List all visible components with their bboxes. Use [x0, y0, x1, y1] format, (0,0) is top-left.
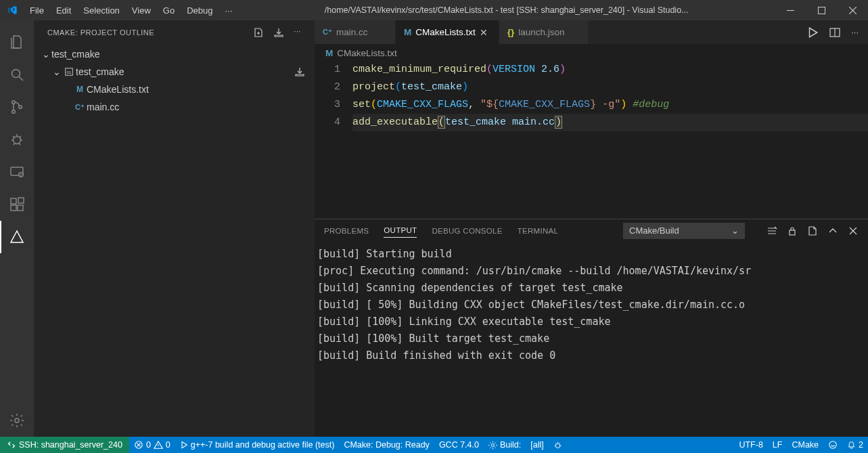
svg-point-19 [491, 444, 494, 446]
tab-main-cc[interactable]: C⁺ main.cc ✕ [315, 20, 396, 44]
svg-point-2 [12, 70, 20, 78]
activity-remote-icon[interactable] [0, 156, 34, 188]
panel-tab-terminal[interactable]: TERMINAL [518, 224, 559, 238]
editor-group: C⁺ main.cc ✕ M CMakeLists.txt ✕ {} launc… [315, 20, 868, 437]
tree-file-maincc[interactable]: C⁺ main.cc [34, 98, 315, 116]
svg-text:01: 01 [67, 70, 72, 74]
svg-point-13 [15, 418, 19, 423]
menu-view[interactable]: View [126, 0, 157, 20]
cmake-file-icon: M [73, 85, 87, 94]
svg-point-5 [19, 106, 22, 109]
sidebar-header: CMAKE: PROJECT OUTLINE ··· [34, 20, 315, 44]
editor-actions: ··· [797, 20, 868, 44]
activity-explorer-icon[interactable] [0, 26, 34, 58]
clear-output-icon[interactable] [767, 225, 777, 236]
tree-root[interactable]: ⌄ test_cmake [34, 45, 315, 63]
status-feedback-icon[interactable] [823, 437, 842, 453]
svg-point-20 [555, 444, 560, 448]
svg-rect-17 [790, 230, 795, 235]
panel-tab-problems[interactable]: PROBLEMS [324, 224, 369, 238]
activity-search-icon[interactable] [0, 58, 34, 91]
menu-file[interactable]: File [24, 0, 50, 20]
activity-bar [0, 20, 34, 437]
new-file-icon[interactable] [253, 27, 264, 38]
panel-tab-output[interactable]: OUTPUT [384, 223, 417, 238]
tree-file-label: main.cc [87, 102, 119, 112]
activity-debug-icon[interactable] [0, 123, 34, 156]
close-icon[interactable]: ✕ [480, 27, 490, 38]
tab-label: launch.json [518, 27, 564, 37]
menu-edit[interactable]: Edit [50, 0, 77, 20]
tree-root-label: test_cmake [51, 49, 100, 60]
vscode-logo-icon [0, 5, 24, 16]
panel-close-icon[interactable] [848, 225, 859, 236]
activity-scm-icon[interactable] [0, 91, 34, 123]
activity-extensions-icon[interactable] [0, 188, 34, 221]
svg-rect-1 [818, 7, 825, 14]
status-gcc[interactable]: GCC 7.4.0 [434, 437, 484, 453]
svg-rect-10 [11, 205, 16, 211]
status-language[interactable]: CMake [787, 437, 823, 453]
minimize-button[interactable] [775, 0, 806, 20]
svg-rect-12 [18, 198, 24, 203]
split-editor-icon[interactable] [829, 27, 840, 38]
status-notifications[interactable]: 2 [842, 437, 868, 453]
status-problems[interactable]: 0 0 [129, 437, 175, 453]
menu-overflow[interactable]: ··· [219, 0, 238, 20]
run-icon[interactable] [806, 26, 819, 39]
status-eol[interactable]: LF [768, 437, 787, 453]
editor-tabs: C⁺ main.cc ✕ M CMakeLists.txt ✕ {} launc… [315, 20, 868, 45]
tree-target[interactable]: ⌄ 01 test_cmake [34, 63, 315, 81]
breadcrumb[interactable]: M CMakeLists.txt [315, 45, 868, 61]
svg-rect-9 [11, 198, 16, 204]
menu-go[interactable]: Go [157, 0, 181, 20]
output-body[interactable]: [build] Starting build [proc] Executing … [315, 242, 868, 437]
close-button[interactable] [837, 0, 868, 20]
output-channel-label: CMake/Build [629, 225, 679, 236]
build-icon[interactable] [273, 27, 284, 38]
breadcrumb-file: CMakeLists.txt [337, 48, 397, 58]
chevron-down-icon: ⌄ [51, 66, 62, 77]
svg-point-4 [12, 110, 16, 114]
panel-maximize-icon[interactable] [827, 225, 838, 236]
panel-tab-row: PROBLEMS OUTPUT DEBUG CONSOLE TERMINAL C… [315, 219, 868, 242]
svg-point-21 [829, 441, 837, 449]
activity-settings-icon[interactable] [0, 404, 34, 437]
status-debug-launch[interactable] [549, 437, 567, 453]
sidebar: CMAKE: PROJECT OUTLINE ··· ⌄ test_cmake … [34, 20, 315, 437]
panel-tab-debug-console[interactable]: DEBUG CONSOLE [432, 224, 502, 238]
open-log-icon[interactable] [807, 225, 818, 236]
maximize-button[interactable] [806, 0, 837, 20]
svg-point-6 [14, 137, 21, 144]
menu-selection[interactable]: Selection [77, 0, 125, 20]
more-icon[interactable]: ··· [294, 27, 301, 38]
lock-scroll-icon[interactable] [787, 225, 798, 236]
status-target[interactable]: [all] [526, 437, 548, 453]
outline-tree: ⌄ test_cmake ⌄ 01 test_cmake M CMakeList… [34, 44, 315, 116]
window-controls [775, 0, 868, 20]
tab-cmakelists[interactable]: M CMakeLists.txt ✕ [396, 20, 499, 44]
menubar: File Edit Selection View Go Debug ··· [24, 0, 238, 20]
tree-file-cmakelists[interactable]: M CMakeLists.txt [34, 81, 315, 98]
status-run-task[interactable]: g++-7 build and debug active file (test) [175, 437, 340, 453]
tab-label: main.cc [336, 27, 368, 37]
output-channel-select[interactable]: CMake/Build ⌄ [623, 223, 745, 239]
json-file-icon: {} [507, 27, 515, 37]
menu-debug[interactable]: Debug [181, 0, 219, 20]
cmake-file-icon: M [404, 27, 411, 37]
svg-rect-11 [18, 205, 23, 211]
status-remote[interactable]: SSH: shanghai_server_240 [0, 437, 129, 453]
status-encoding[interactable]: UTF-8 [734, 437, 767, 453]
build-target-icon[interactable] [294, 66, 305, 77]
cmake-file-icon: M [325, 48, 333, 58]
tab-launch-json[interactable]: {} launch.json ✕ [499, 20, 589, 44]
status-build[interactable]: Build: [484, 437, 526, 453]
cpp-file-icon: C⁺ [323, 28, 332, 37]
code-editor[interactable]: 1234 cmake_minimum_required(VERSION 2.6)… [315, 61, 868, 219]
status-remote-label: SSH: shanghai_server_240 [19, 440, 122, 450]
more-icon[interactable]: ··· [851, 27, 859, 37]
status-cmake[interactable]: CMake: Debug: Ready [339, 437, 434, 453]
chevron-down-icon: ⌄ [731, 225, 739, 236]
code-content[interactable]: cmake_minimum_required(VERSION 2.6)proje… [352, 61, 868, 219]
activity-cmake-icon[interactable] [0, 221, 34, 253]
